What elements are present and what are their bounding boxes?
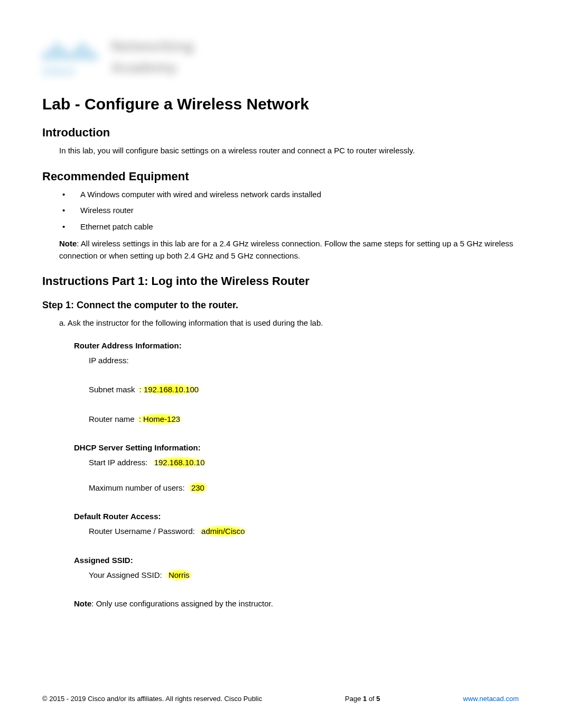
list-item: A Windows computer with wired and wirele… (62, 189, 519, 201)
subnet-label: Subnet mask (89, 385, 135, 394)
ip-address-line: IP address: (89, 355, 519, 366)
page-sep: of (367, 695, 376, 703)
note-text: : Only use configurations assigned by th… (91, 599, 273, 608)
router-info-heading: Router Address Information: (74, 341, 519, 350)
start-ip-value-highlight: 192.168.10.10 (150, 456, 209, 469)
router-name-value-highlight: : Home-123 (135, 412, 184, 426)
start-ip-line: Start IP address: 192.168.10.10 (89, 457, 519, 468)
subnet-value-highlight: : 192.168.10.100 (135, 383, 203, 396)
router-name-label: Router name (89, 414, 135, 423)
ssid-label: Your Assigned SSID: (89, 570, 164, 579)
step1-note: Note: Only use configurations assigned b… (74, 599, 519, 608)
logo-brand-text: cisco (42, 63, 74, 78)
logo-text-top: Networking (111, 38, 194, 55)
ssid-line: Your Assigned SSID: Norris (89, 570, 519, 580)
max-users-line: Maximum number of users: 230 (89, 483, 519, 493)
equipment-list: A Windows computer with wired and wirele… (62, 189, 519, 233)
router-creds-line: Router Username / Password: admin/Cisco (89, 526, 519, 537)
router-creds-value-highlight: admin/Cisco (197, 524, 249, 538)
list-item: Ethernet patch cable (62, 221, 519, 233)
note-text: : All wireless settings in this lab are … (59, 239, 513, 260)
cisco-bars-icon (42, 42, 97, 60)
note-label: Note (74, 599, 91, 608)
router-info-block: Router Address Information: IP address: … (74, 341, 519, 609)
step1-heading: Step 1: Connect the computer to the rout… (42, 300, 519, 311)
footer-page-indicator: Page 1 of 5 (345, 695, 380, 703)
list-item: Wireless router (62, 205, 519, 217)
access-info-heading: Default Router Access: (74, 512, 519, 521)
dhcp-info-heading: DHCP Server Setting Information: (74, 443, 519, 452)
max-users-label: Maximum number of users: (89, 483, 187, 492)
router-creds-label: Router Username / Password: (89, 527, 197, 536)
note-label: Note (59, 239, 77, 248)
footer-copyright: © 2015 - 2019 Cisco and/or its affiliate… (42, 695, 262, 703)
introduction-heading: Introduction (42, 126, 519, 140)
subnet-mask-line: Subnet mask: 192.168.10.100 (89, 384, 519, 395)
step1-line-a: a. Ask the instructor for the following … (59, 317, 519, 329)
page-total: 5 (376, 695, 380, 703)
ssid-value-highlight: Norris (164, 568, 194, 582)
footer: © 2015 - 2019 Cisco and/or its affiliate… (42, 695, 519, 703)
logo-blurred: cisco Networking Academy (42, 32, 206, 85)
router-name-line: Router name: Home-123 (89, 414, 519, 425)
max-users-value-highlight: 230 (187, 481, 209, 494)
page-title: Lab - Configure a Wireless Network (42, 95, 519, 113)
logo-text-bottom: Academy (111, 59, 177, 76)
introduction-text: In this lab, you will configure basic se… (59, 145, 519, 157)
instructions-heading: Instructions Part 1: Log into the Wirele… (42, 274, 519, 288)
equipment-heading: Recommended Equipment (42, 170, 519, 183)
ssid-info-heading: Assigned SSID: (74, 556, 519, 565)
equipment-note: Note: All wireless settings in this lab … (59, 238, 519, 262)
page-prefix: Page (345, 695, 363, 703)
footer-link[interactable]: www.netacad.com (463, 695, 519, 703)
start-ip-label: Start IP address: (89, 458, 150, 467)
